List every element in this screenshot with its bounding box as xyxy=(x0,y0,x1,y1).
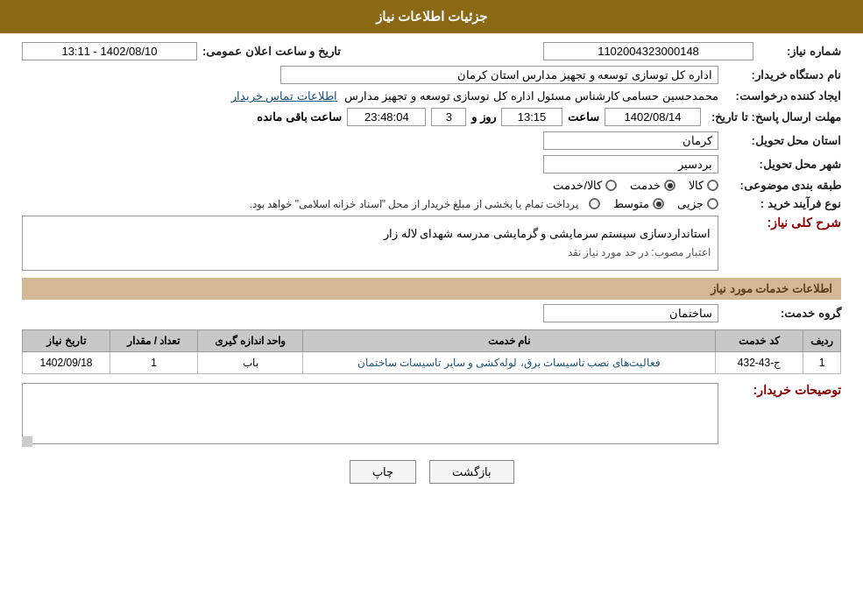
deadline-remaining: 23:48:04 xyxy=(347,108,426,126)
table-row: 1 ج-43-432 فعالیت‌های نصب تاسیسات برق، ل… xyxy=(23,351,841,373)
deadline-days-label: روز و xyxy=(471,110,496,124)
creator-contact-link[interactable]: اطلاعات تماس خریدار xyxy=(231,89,337,103)
services-section-title: اطلاعات خدمات مورد نیاز xyxy=(22,278,841,300)
cell-count: 1 xyxy=(110,351,198,373)
announcement-value: 1402/08/10 - 13:11 xyxy=(22,42,197,60)
creator-label: ایجاد کننده درخواست: xyxy=(718,89,841,103)
description-line1: استانداردسازی سیستم سرمایشی و گرمایشی مد… xyxy=(30,223,711,244)
description-line2: اعتبار مصوب: در حد مورد نیاز نقد xyxy=(30,244,711,263)
deadline-days: 3 xyxy=(431,108,466,126)
announcement-label: تاریخ و ساعت اعلان عمومی: xyxy=(202,45,341,58)
col-count: تعداد / مقدار xyxy=(110,329,198,351)
buyer-notes-textarea[interactable] xyxy=(22,383,718,444)
deadline-time: 13:15 xyxy=(501,108,562,126)
description-box: استانداردسازی سیستم سرمایشی و گرمایشی مد… xyxy=(22,216,718,271)
process-radio-group: جزیی متوسط xyxy=(585,197,718,210)
services-table: ردیف کد خدمت نام خدمت واحد اندازه گیری ت… xyxy=(22,329,841,374)
page-header: جزئیات اطلاعات نیاز xyxy=(0,0,863,33)
city-label: شهر محل تحویل: xyxy=(718,158,841,171)
col-row: ردیف xyxy=(803,329,841,351)
city-value: بردسیر xyxy=(543,155,718,173)
process-note: پرداخت تمام یا بخشی از مبلغ خریدار از مح… xyxy=(250,198,578,210)
province-value: کرمان xyxy=(543,131,718,150)
category-radio-group: کالا خدمت کالا/خدمت xyxy=(22,179,718,192)
deadline-time-label: ساعت xyxy=(568,110,599,124)
resize-handle xyxy=(22,436,32,447)
creator-value: محمدحسین حسامی کارشناس مسئول اداره کل نو… xyxy=(344,89,718,103)
service-group-value: ساختمان xyxy=(543,304,718,322)
back-button[interactable]: بازگشت xyxy=(429,460,514,484)
category-option-kala[interactable]: کالا xyxy=(689,179,718,192)
cell-date: 1402/09/18 xyxy=(23,351,110,373)
col-name: نام خدمت xyxy=(303,329,716,351)
col-date: تاریخ نیاز xyxy=(23,329,110,351)
buyer-org-label: نام دستگاه خریدار: xyxy=(718,68,841,81)
buyer-notes-label: توصیحات خریدار: xyxy=(718,383,841,397)
service-group-label: گروه خدمت: xyxy=(718,307,841,320)
print-button[interactable]: چاپ xyxy=(350,460,416,484)
radio-jozi xyxy=(707,198,718,209)
deadline-remaining-label: ساعت باقی مانده xyxy=(257,110,342,124)
category-option-kala-khedmat[interactable]: کالا/خدمت xyxy=(553,179,617,192)
cell-unit: باب xyxy=(198,351,303,373)
buyer-org-value: اداره کل توسازی توسعه و تجهیز مدارس استا… xyxy=(280,66,718,84)
category-label: طبقه بندی موضوعی: xyxy=(718,179,841,192)
cell-row: 1 xyxy=(803,351,841,373)
deadline-label: مهلت ارسال پاسخ: تا تاریخ: xyxy=(701,110,841,124)
need-number-value: 1102004323000148 xyxy=(543,42,753,60)
process-option-motavasset[interactable]: متوسط xyxy=(613,197,664,210)
col-unit: واحد اندازه گیری xyxy=(198,329,303,351)
category-option-khedmat[interactable]: خدمت xyxy=(630,179,676,192)
cell-code: ج-43-432 xyxy=(716,351,803,373)
page-title: جزئیات اطلاعات نیاز xyxy=(376,9,487,24)
radio-khedmat xyxy=(664,180,676,191)
description-label: شرح کلی نیاز: xyxy=(718,216,841,230)
need-number-label: شماره نیاز: xyxy=(753,45,841,58)
process-option-jozi[interactable]: جزیی xyxy=(677,197,718,210)
col-code: کد خدمت xyxy=(716,329,803,351)
buttons-row: بازگشت چاپ xyxy=(22,460,841,484)
radio-empty xyxy=(589,198,600,209)
radio-kala xyxy=(707,180,718,191)
process-option-empty[interactable] xyxy=(585,198,600,209)
radio-motavasset xyxy=(653,198,664,209)
cell-name: فعالیت‌های نصب تاسیسات برق، لوله‌کشی و س… xyxy=(303,351,716,373)
radio-kala-khedmat xyxy=(605,180,617,191)
process-label: نوع فرآیند خرید : xyxy=(718,197,841,210)
province-label: استان محل تحویل: xyxy=(718,134,841,147)
deadline-date: 1402/08/14 xyxy=(605,108,701,126)
